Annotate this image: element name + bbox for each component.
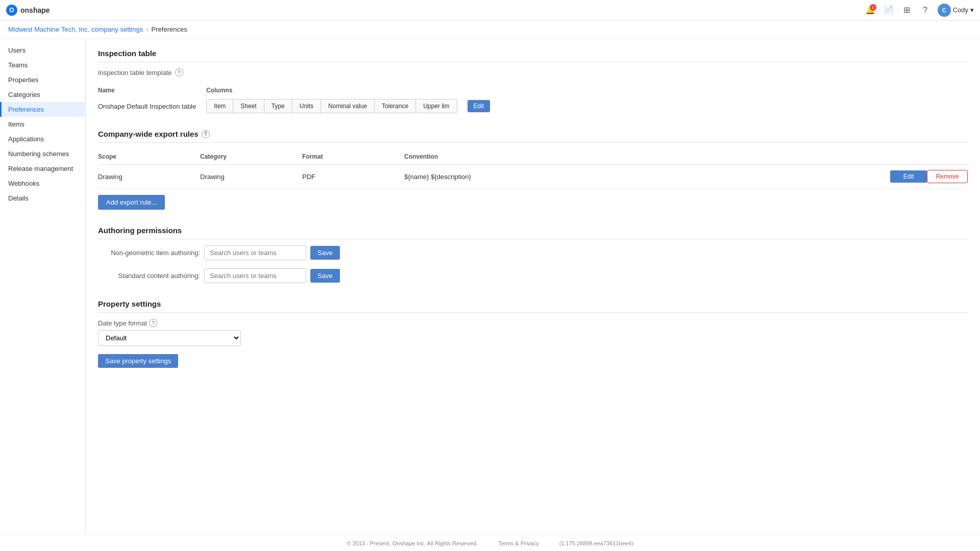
date-format-select[interactable]: Default MM/DD/YYYY DD/MM/YYYY YYYY-MM-DD	[98, 330, 241, 346]
standard-content-row: Standard content authoring: Save	[98, 268, 968, 283]
sidebar-item-release[interactable]: Release management	[0, 161, 85, 176]
column-tolerance: Tolerance	[375, 99, 416, 113]
grid-icon[interactable]: ⊞	[901, 4, 913, 16]
sidebar-item-categories[interactable]: Categories	[0, 87, 85, 102]
notification-icon[interactable]: 🔔 1	[864, 4, 876, 16]
date-format-help-icon[interactable]: ?	[149, 319, 157, 327]
user-name: Cody	[953, 6, 968, 14]
breadcrumb: Midwest Machine Tech, Inc. company setti…	[0, 20, 980, 39]
chevron-down-icon: ▾	[970, 6, 974, 14]
export-scope: Drawing	[98, 173, 200, 181]
inspection-table-name: Onshape Default Inspection table	[98, 103, 200, 110]
sidebar: Users Teams Properties Categories Prefer…	[0, 39, 86, 535]
non-geometric-label: Non-geometric item authoring:	[98, 249, 200, 257]
content: Inspection table Inspection table templa…	[86, 39, 980, 535]
column-sheet: Sheet	[233, 99, 264, 113]
inspection-table-row: Onshape Default Inspection table Item Sh…	[98, 99, 968, 113]
column-type: Type	[264, 99, 292, 113]
column-item: Item	[207, 99, 233, 113]
column-upper-lim: Upper lim	[416, 99, 456, 113]
category-header: Category	[200, 153, 302, 160]
topbar: O onshape 🔔 1 📄 ⊞ ? C Cody ▾	[0, 0, 980, 20]
inspection-table-subtitle: Inspection table template ?	[98, 68, 968, 77]
sidebar-item-users[interactable]: Users	[0, 43, 85, 58]
sidebar-item-numbering[interactable]: Numbering schemes	[0, 146, 85, 161]
property-settings-section: Property settings Date type format ? Def…	[98, 299, 968, 368]
documents-icon[interactable]: 📄	[883, 4, 895, 16]
sidebar-item-webhooks[interactable]: Webhooks	[0, 176, 85, 191]
non-geometric-input[interactable]	[204, 245, 306, 260]
standard-content-input[interactable]	[204, 268, 306, 283]
inspection-table-title: Inspection table	[98, 49, 968, 62]
sidebar-item-properties[interactable]: Properties	[0, 72, 85, 87]
logo[interactable]: O onshape	[6, 5, 50, 16]
scope-header: Scope	[98, 153, 200, 160]
name-col-header: Name	[98, 85, 200, 96]
non-geometric-save-button[interactable]: Save	[310, 246, 340, 260]
standard-label: Standard content authoring:	[98, 272, 200, 280]
export-rules-help-icon[interactable]: ?	[202, 130, 210, 138]
footer-terms-link[interactable]: Terms & Privacy	[498, 540, 538, 546]
sidebar-item-items[interactable]: Items	[0, 117, 85, 132]
convention-header: Convention	[404, 153, 886, 160]
main-layout: Users Teams Properties Categories Prefer…	[0, 39, 980, 535]
column-units: Units	[292, 99, 321, 113]
sidebar-item-preferences[interactable]: Preferences	[0, 102, 85, 117]
breadcrumb-separator: ›	[146, 26, 148, 33]
logo-text: onshape	[20, 6, 50, 14]
save-property-settings-group: Save property settings	[98, 354, 968, 368]
add-export-rule-button[interactable]: Add export rule...	[98, 195, 165, 210]
export-convention: ${name} ${description}	[404, 173, 886, 181]
inspection-table-section: Inspection table Inspection table templa…	[98, 49, 968, 113]
date-format-label: Date type format ?	[98, 319, 968, 327]
non-geometric-row: Non-geometric item authoring: Save	[98, 245, 968, 260]
breadcrumb-company[interactable]: Midwest Machine Tech, Inc. company setti…	[8, 26, 143, 33]
sidebar-item-details[interactable]: Details	[0, 191, 85, 206]
authoring-title: Authoring permissions	[98, 226, 968, 239]
standard-save-button[interactable]: Save	[310, 269, 340, 283]
logo-icon: O	[6, 5, 17, 16]
export-rules-section: Company-wide export rules ? Scope Catego…	[98, 130, 968, 210]
date-format-group: Date type format ? Default MM/DD/YYYY DD…	[98, 319, 968, 346]
export-rules-title: Company-wide export rules ?	[98, 130, 968, 143]
footer: © 2013 - Present, Onshape Inc. All Right…	[0, 535, 980, 551]
inspection-edit-button[interactable]: Edit	[468, 100, 491, 112]
help-icon[interactable]: ?	[919, 4, 932, 16]
sidebar-item-applications[interactable]: Applications	[0, 132, 85, 146]
footer-copyright: © 2013 - Present, Onshape Inc. All Right…	[347, 540, 478, 546]
save-property-settings-button[interactable]: Save property settings	[98, 354, 178, 368]
avatar: C	[938, 4, 951, 17]
footer-version: (1.175.28898.eea73611bee4)	[559, 540, 633, 546]
export-edit-button[interactable]: Edit	[890, 170, 927, 183]
sidebar-item-teams[interactable]: Teams	[0, 58, 85, 72]
export-rules-header: Scope Category Format Convention	[98, 149, 968, 165]
export-format: PDF	[302, 173, 404, 181]
breadcrumb-current: Preferences	[152, 26, 187, 33]
user-menu[interactable]: C Cody ▾	[938, 4, 974, 17]
notification-badge: 1	[870, 4, 876, 11]
export-remove-button[interactable]: Remove	[927, 170, 968, 183]
topbar-actions: 🔔 1 📄 ⊞ ? C Cody ▾	[864, 4, 974, 17]
format-header: Format	[302, 153, 404, 160]
property-settings-title: Property settings	[98, 299, 968, 313]
export-rules-row: Drawing Drawing PDF ${name} ${descriptio…	[98, 165, 968, 189]
column-nominal: Nominal value	[321, 99, 375, 113]
inspection-help-icon[interactable]: ?	[175, 68, 183, 77]
export-category: Drawing	[200, 173, 302, 181]
inspection-table-header-row: Name Columns	[98, 83, 968, 98]
columns-col-header: Columns	[206, 85, 232, 96]
columns-container: Item Sheet Type Units Nominal value Tole…	[206, 99, 457, 113]
authoring-section: Authoring permissions Non-geometric item…	[98, 226, 968, 283]
